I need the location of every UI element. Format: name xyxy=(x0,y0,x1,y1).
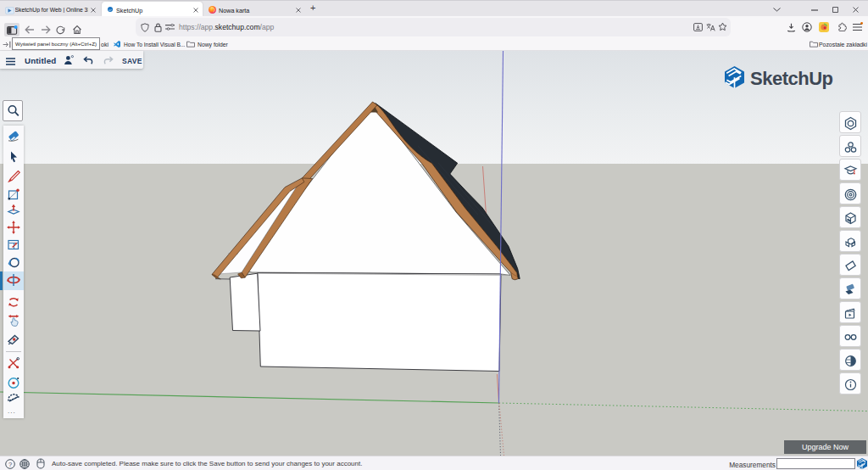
svg-text:SketchUp: SketchUp xyxy=(750,68,833,89)
